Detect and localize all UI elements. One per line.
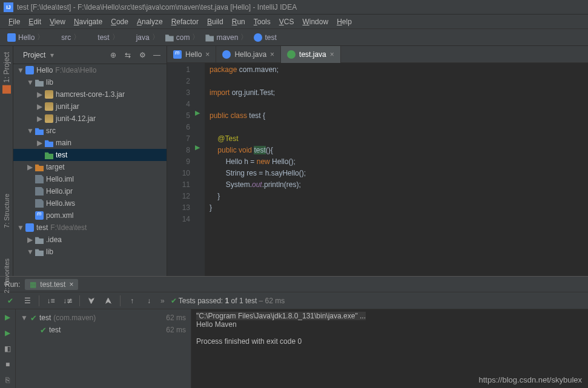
app-icon: IJ (4, 2, 13, 12)
sort2-icon[interactable]: ↓≢ (62, 295, 73, 306)
breadcrumb-src[interactable]: src〉 (48, 31, 83, 44)
tree-item[interactable]: ▶junit.jar (13, 100, 167, 113)
toggle-icon[interactable]: ◧ (2, 343, 13, 354)
editor-area: Hello×Hello.java×test.java× 123456789101… (167, 46, 588, 276)
editor-tab-Hello-java[interactable]: Hello.java× (216, 46, 281, 63)
breadcrumb-test[interactable]: test (251, 32, 279, 43)
export-icon[interactable]: ⎘ (2, 375, 13, 386)
test-tree[interactable]: ▼✔test (com.maven)62 ms✔test62 ms (16, 309, 191, 388)
tree-item[interactable]: Hello.iml (13, 173, 167, 185)
window-title: test [F:\Idea\test] - F:\Idea\Hello\src\… (17, 3, 297, 12)
collapse-icon[interactable]: ⇆ (123, 50, 133, 60)
gutter-icons: ▶▶ (194, 63, 205, 276)
tree-item[interactable]: ▼lib (13, 76, 167, 88)
rerun-failed-icon[interactable]: ▶ (2, 327, 13, 338)
menu-file[interactable]: File (5, 16, 24, 27)
sort-icon[interactable]: ↓≡ (45, 295, 56, 306)
tree-item[interactable]: ▼lib (13, 246, 167, 258)
run-gutter-icon[interactable]: ▶ (195, 109, 200, 117)
breadcrumb-maven[interactable]: maven〉 (203, 31, 250, 44)
breadcrumb-bar: Hello〉src〉test〉java〉com〉maven〉test (0, 29, 588, 46)
menu-window[interactable]: Window (299, 16, 332, 27)
project-tree[interactable]: ▼Hello F:\Idea\Hello▼lib▶hamcrest-core-1… (13, 64, 167, 276)
tree-item[interactable]: ▶junit-4.12.jar (13, 113, 167, 125)
menu-view[interactable]: View (46, 16, 69, 27)
editor-tabs: Hello×Hello.java×test.java× (167, 46, 588, 63)
hide-icon[interactable]: — (152, 50, 162, 60)
tree-item[interactable]: ▼src (13, 125, 167, 137)
editor-tab-Hello[interactable]: Hello× (167, 46, 216, 63)
test-tab-icon: ▦ (30, 280, 36, 289)
run-tab-label: test.test (40, 280, 65, 289)
left-tab-project[interactable]: 1: Project (2, 48, 11, 97)
locate-icon[interactable]: ⊕ (108, 50, 118, 60)
tree-item[interactable]: ▼test F:\Idea\test (13, 222, 167, 234)
code-content[interactable]: package com.maven;import org.junit.Test;… (205, 63, 588, 276)
ok-icon[interactable]: ✔ (5, 295, 16, 306)
test-ok-icon: ✔ (40, 326, 47, 335)
menu-run[interactable]: Run (228, 16, 249, 27)
down-icon[interactable]: ↓ (144, 295, 154, 306)
project-icon (2, 85, 11, 94)
tree-item[interactable]: ▶target (13, 161, 167, 173)
run-tabs: Run: ▦ test.test × (0, 277, 588, 292)
run-side-toolbar: ▶ ▶ ◧ ■ ⎘ (0, 309, 16, 388)
breadcrumb-hello[interactable]: Hello〉 (5, 31, 47, 44)
titlebar: IJ test [F:\Idea\test] - F:\Idea\Hello\s… (0, 0, 588, 15)
rerun-icon[interactable]: ▶ (2, 312, 13, 323)
menu-code[interactable]: Code (107, 16, 132, 27)
tree-item[interactable]: Hello.iws (13, 197, 167, 209)
tree-item[interactable]: ▼Hello F:\Idea\Hello (13, 64, 167, 76)
tree-item[interactable]: ▶.idea (13, 234, 167, 246)
watermark: https://blog.csdn.net/skybulex (478, 375, 582, 384)
project-sidebar: Project ▾ ⊕ ⇆ ⚙ — ▼Hello F:\Idea\Hello▼l… (13, 46, 167, 276)
code-editor[interactable]: 1234567891011121314 ▶▶ package com.maven… (167, 63, 588, 276)
close-icon[interactable]: × (205, 50, 210, 59)
menubar: FileEditViewNavigateCodeAnalyzeRefactorB… (0, 15, 588, 29)
close-icon[interactable]: × (270, 50, 274, 59)
expand-icon[interactable]: ⮟ (86, 295, 97, 306)
menu-tools[interactable]: Tools (250, 16, 274, 27)
left-tab-structure[interactable]: 7: Structure (3, 194, 10, 228)
close-icon[interactable]: × (330, 50, 334, 59)
tree-item[interactable]: Hello.ipr (13, 185, 167, 197)
editor-tab-test-java[interactable]: test.java× (281, 46, 341, 63)
sidebar-header: Project ▾ ⊕ ⇆ ⚙ — (13, 46, 167, 64)
breadcrumb-test[interactable]: test〉 (84, 31, 121, 44)
run-panel: Run: ▦ test.test × ✔ ☰ ↓≡ ↓≢ ⮟ ⮝ ↑ ↓ » ✔… (0, 276, 588, 388)
close-icon[interactable]: × (69, 280, 73, 289)
test-row[interactable]: ▼✔test (com.maven)62 ms (16, 312, 191, 324)
run-tab[interactable]: ▦ test.test × (25, 279, 78, 290)
tree-item[interactable]: ▶hamcrest-core-1.3.jar (13, 88, 167, 100)
left-tab-favorites[interactable]: 2: Favorites (3, 258, 10, 293)
menu-edit[interactable]: Edit (25, 16, 45, 27)
menu-build[interactable]: Build (203, 16, 227, 27)
stop-icon[interactable]: ■ (2, 359, 13, 370)
run-gutter-icon[interactable]: ▶ (195, 143, 200, 151)
menu-navigate[interactable]: Navigate (70, 16, 106, 27)
sidebar-title[interactable]: Project (23, 51, 45, 59)
line-gutter: 1234567891011121314 (167, 63, 194, 276)
tree-item[interactable]: ▶main (13, 137, 167, 149)
test-row[interactable]: ✔test62 ms (16, 324, 191, 336)
gear-icon[interactable]: ⚙ (137, 50, 147, 60)
filter-icon[interactable]: ☰ (22, 295, 33, 306)
menu-refactor[interactable]: Refactor (168, 16, 202, 27)
breadcrumb-com[interactable]: com〉 (163, 31, 202, 44)
menu-analyze[interactable]: Analyze (133, 16, 167, 27)
up-icon[interactable]: ↑ (127, 295, 137, 306)
run-toolbar: ✔ ☰ ↓≡ ↓≢ ⮟ ⮝ ↑ ↓ » ✔ Tests passed: 1 of… (0, 292, 588, 309)
tree-item[interactable]: pom.xml (13, 209, 167, 222)
breadcrumb-java[interactable]: java〉 (123, 31, 162, 44)
tree-item[interactable]: test (13, 149, 167, 161)
test-ok-icon: ✔ (30, 314, 37, 323)
collapse-all-icon[interactable]: ⮝ (103, 295, 114, 306)
test-status: ✔ Tests passed: 1 of 1 test – 62 ms (171, 297, 285, 305)
menu-help[interactable]: Help (333, 16, 355, 27)
menu-vcs[interactable]: VCS (276, 16, 298, 27)
